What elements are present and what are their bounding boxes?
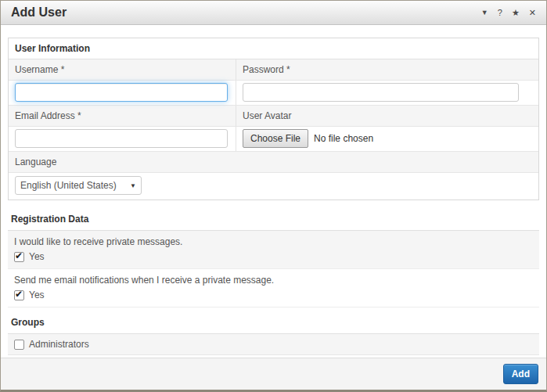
row-language-input: English (United States)	[9, 173, 538, 200]
private-messages-checkbox-label: Yes	[29, 251, 45, 262]
section-user-information: User Information Username * Password * E…	[8, 38, 539, 200]
file-status-text: No file chosen	[314, 133, 373, 144]
language-select[interactable]: English (United States)	[15, 176, 142, 195]
section-title-groups: Groups	[8, 312, 539, 334]
private-messages-checkbox[interactable]	[14, 252, 24, 262]
row-username-password-inputs	[9, 81, 538, 106]
avatar-label: User Avatar	[236, 106, 538, 126]
avatar-file-input: Choose File No file chosen	[243, 129, 532, 148]
administrators-label: Administrators	[29, 339, 89, 350]
registration-row-private-messages: I would like to receive private messages…	[8, 231, 539, 269]
username-input[interactable]	[15, 83, 228, 102]
email-notifications-checkbox[interactable]	[14, 290, 24, 300]
group-row-administrators: Administrators	[8, 334, 539, 355]
email-input[interactable]	[15, 129, 228, 148]
administrators-checkbox[interactable]	[14, 340, 24, 350]
add-user-dialog: Add User ▼ ? ★ ✕ User Information Userna…	[0, 0, 547, 392]
email-notifications-checkbox-label: Yes	[29, 290, 45, 300]
section-title-registration-data: Registration Data	[8, 209, 539, 231]
registration-row-email-notifications: Send me email notifications when I recei…	[8, 269, 539, 307]
email-notifications-text: Send me email notifications when I recei…	[14, 275, 533, 286]
email-label: Email Address *	[9, 106, 236, 126]
favorite-icon[interactable]: ★	[512, 9, 520, 17]
help-icon[interactable]: ?	[498, 9, 502, 17]
minimize-icon[interactable]: ▼	[481, 9, 488, 16]
row-email-avatar-inputs: Choose File No file chosen	[9, 127, 538, 152]
password-label: Password *	[236, 59, 538, 80]
private-messages-text: I would like to receive private messages…	[14, 236, 533, 247]
dialog-content: User Information Username * Password * E…	[1, 38, 546, 355]
page-title: Add User	[11, 5, 67, 20]
language-select-wrap: English (United States)	[15, 176, 142, 195]
username-label: Username *	[9, 59, 236, 80]
row-language-label: Language	[9, 152, 538, 173]
close-icon[interactable]: ✕	[529, 9, 536, 17]
choose-file-button[interactable]: Choose File	[243, 129, 308, 148]
section-groups: Groups Administrators	[8, 312, 539, 355]
language-label: Language	[9, 152, 538, 172]
titlebar-icons: ▼ ? ★ ✕	[481, 9, 536, 17]
section-registration-data: Registration Data I would like to receiv…	[8, 209, 539, 307]
dialog-footer: Add	[1, 358, 546, 390]
row-email-avatar-labels: Email Address * User Avatar	[9, 106, 538, 127]
dialog-titlebar: Add User ▼ ? ★ ✕	[1, 1, 546, 25]
row-username-password-labels: Username * Password *	[9, 59, 538, 81]
section-title-user-information: User Information	[9, 38, 538, 59]
password-input[interactable]	[243, 83, 519, 102]
add-button[interactable]: Add	[503, 364, 538, 384]
